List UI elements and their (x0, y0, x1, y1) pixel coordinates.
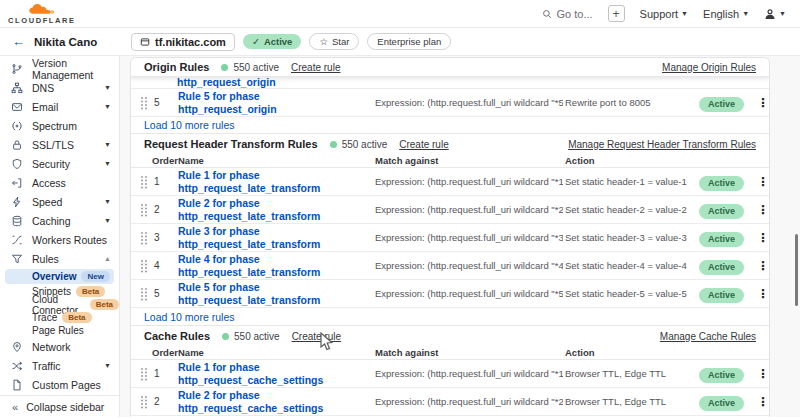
sidebar-item-spectrum[interactable]: Spectrum (0, 116, 119, 135)
transform-rules-table: 1 Rule 1 for phase http_request_late_tra… (131, 168, 769, 308)
rule-name-link[interactable]: Rule 5 for phase http_request_late_trans… (178, 281, 375, 307)
sidebar-item-security[interactable]: Security ▼ (0, 154, 119, 173)
new-badge: New (81, 271, 109, 283)
manage-transform-rules-link[interactable]: Manage Request Header Transform Rules (568, 139, 756, 150)
action-cell: Set static header-5 = value-5 (563, 288, 699, 299)
manage-origin-rules-link[interactable]: Manage Origin Rules (662, 62, 756, 73)
kebab-menu-icon[interactable]: ⋮ (757, 231, 769, 245)
drag-handle-icon[interactable] (135, 175, 152, 189)
support-menu[interactable]: Support ▼ (640, 8, 688, 20)
vertical-scrollbar-thumb[interactable] (795, 234, 798, 306)
drag-handle-icon[interactable] (135, 203, 152, 217)
rule-name-link[interactable]: Rule 4 for phase http_request_late_trans… (178, 253, 375, 279)
rule-name-line1: Rule 1 for phase (178, 361, 375, 374)
table-row: 1 Rule 1 for phase http_request_late_tra… (131, 168, 769, 196)
rule-name-link[interactable]: Rule 3 for phase http_request_late_trans… (178, 225, 375, 251)
kebab-menu-icon[interactable]: ⋮ (757, 367, 769, 381)
cloudflare-cloud-icon (27, 4, 57, 16)
sidebar-item-overview[interactable]: Overview New (5, 269, 114, 284)
rule-name-link[interactable]: Rule 1 for phase http_request_cache_sett… (178, 361, 375, 387)
sidebar-item-access[interactable]: Access (0, 173, 119, 192)
drag-dots-icon (140, 203, 148, 217)
lightning-icon (11, 196, 23, 208)
create-rule-link[interactable]: Create rule (291, 62, 340, 73)
sidebar-item-caching[interactable]: Caching ▼ (0, 211, 119, 230)
create-rule-link[interactable]: Create rule (399, 139, 448, 150)
sidebar-item-trace[interactable]: Trace Beta (0, 311, 119, 324)
sidebar-item-cloud-connector[interactable]: Cloud Connector Beta (0, 298, 119, 311)
plan-label: Enterprise plan (377, 36, 441, 47)
status-badge: Active (699, 232, 744, 247)
drag-handle-icon[interactable] (135, 259, 152, 273)
sidebar-item-traffic[interactable]: Traffic ▼ (0, 356, 119, 375)
sidebar-item-label: Network (32, 341, 71, 353)
sidebar-item-label: Custom Pages (32, 379, 101, 391)
kebab-menu-icon[interactable]: ⋮ (757, 203, 769, 217)
sidebar-item-page-rules[interactable]: Page Rules (0, 324, 119, 337)
sidebar-item-version-management[interactable]: Version Management (0, 59, 119, 78)
section-title: Origin Rules (144, 61, 209, 73)
drag-dots-icon (140, 287, 148, 301)
rule-name-link[interactable]: http_request_origin (177, 77, 769, 88)
order-cell: 2 (152, 204, 178, 215)
kebab-menu-icon[interactable]: ⋮ (757, 175, 769, 189)
sidebar-item-email[interactable]: Email ▼ (0, 97, 119, 116)
status-badge: Active (699, 288, 744, 303)
drag-handle-icon[interactable] (135, 395, 152, 409)
drag-dots-icon (140, 231, 148, 245)
kebab-menu-icon[interactable]: ⋮ (757, 96, 769, 110)
chevron-down-icon: ▼ (104, 160, 111, 167)
rule-name-link[interactable]: Rule 2 for phase http_request_cache_sett… (178, 389, 375, 415)
collapse-sidebar-button[interactable]: « Collapse sidebar (0, 395, 119, 417)
chevron-down-icon: ▼ (681, 10, 688, 17)
add-site-button[interactable]: + (608, 5, 625, 22)
status-badge: Active (699, 396, 744, 411)
drag-handle-icon[interactable] (135, 287, 152, 301)
sidebar-item-rules[interactable]: Rules ▲ (0, 249, 119, 268)
kebab-menu-icon[interactable]: ⋮ (757, 395, 769, 409)
create-rule-link[interactable]: Create rule (292, 331, 341, 342)
chevron-down-icon: ▼ (104, 362, 111, 369)
sidebar-item-workers-routes[interactable]: Workers Routes (0, 230, 119, 249)
match-cell: Expression: (http.request.full_uri wildc… (375, 368, 563, 379)
rule-name-line1: Rule 4 for phase (178, 253, 375, 266)
action-cell: Set static header-3 = value-3 (563, 232, 699, 243)
sidebar-item-custom-pages[interactable]: Custom Pages (0, 375, 119, 394)
kebab-menu-icon[interactable]: ⋮ (757, 259, 769, 273)
back-arrow-icon[interactable]: ← (12, 34, 25, 49)
cloudflare-wordmark: CLOUDFLARE (8, 17, 76, 25)
domain-name: tf.nikitac.com (155, 36, 226, 48)
sidebar-navigation: Version Management DNS ▼ Email ▼ Spectru… (0, 56, 120, 417)
drag-handle-icon[interactable] (135, 367, 152, 381)
chevron-down-icon: ▼ (742, 10, 749, 17)
action-cell: Set static header-1 = value-1 (563, 176, 699, 187)
partially-scrolled-rule-row: http_request_origin (131, 77, 769, 89)
kebab-menu-icon[interactable]: ⋮ (757, 287, 769, 301)
name-column-header: Name (178, 347, 375, 358)
rule-name-link[interactable]: Rule 5 for phase http_request_origin (178, 90, 375, 116)
sidebar-item-ssl-tls[interactable]: SSL/TLS ▼ (0, 135, 119, 154)
star-button[interactable]: ☆ Star (309, 33, 359, 50)
rule-name-link[interactable]: Rule 1 for phase http_request_late_trans… (178, 169, 375, 195)
sidebar-item-network[interactable]: Network (0, 337, 119, 356)
user-account-menu[interactable]: ▼ (764, 8, 786, 20)
cloudflare-logo[interactable]: CLOUDFLARE (8, 4, 76, 25)
load-more-rules-link[interactable]: Load 10 more rules (131, 308, 769, 325)
drag-handle-icon[interactable] (135, 96, 152, 110)
rule-name-line2: http_request_cache_settings (178, 374, 375, 387)
sidebar-item-label: Rules (32, 253, 59, 265)
plus-icon: + (613, 7, 620, 21)
drag-handle-icon[interactable] (135, 231, 152, 245)
match-cell: Expression: (http.request.full_uri wildc… (375, 396, 563, 407)
sidebar-item-speed[interactable]: Speed ▼ (0, 192, 119, 211)
rule-name-link[interactable]: Rule 2 for phase http_request_late_trans… (178, 197, 375, 223)
sidebar-item-dns[interactable]: DNS ▼ (0, 78, 119, 97)
action-cell: Browser TTL, Edge TTL (563, 396, 699, 407)
goto-search[interactable]: Go to... (542, 8, 593, 20)
manage-cache-rules-link[interactable]: Manage Cache Rules (660, 331, 756, 342)
order-cell: 4 (152, 260, 178, 271)
domain-selector[interactable]: tf.nikitac.com (131, 33, 235, 51)
language-menu[interactable]: English ▼ (703, 8, 749, 20)
load-more-rules-link[interactable]: Load 10 more rules (131, 117, 769, 134)
origin-rules-table: 5 Rule 5 for phase http_request_origin E… (131, 89, 769, 117)
